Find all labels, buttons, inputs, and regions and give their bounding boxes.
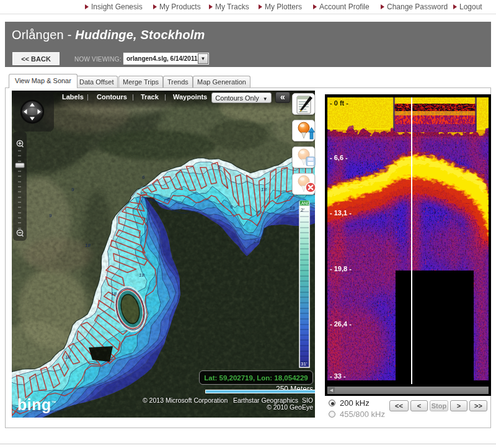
svg-text:- 6,6 -: - 6,6 - (330, 154, 348, 161)
svg-text:- 13,1 -: - 13,1 - (330, 209, 352, 217)
svg-text:31': 31' (301, 361, 308, 367)
svg-text:- 26,4 -: - 26,4 - (330, 320, 352, 328)
svg-text:LAND: LAND (299, 201, 310, 205)
svg-text:2': 2' (301, 207, 304, 213)
svg-text:- 33 -: - 33 - (330, 372, 346, 380)
svg-text:- 19,8 -: - 19,8 - (330, 265, 352, 272)
svg-text:- 0 ft -: - 0 ft - (330, 99, 348, 107)
